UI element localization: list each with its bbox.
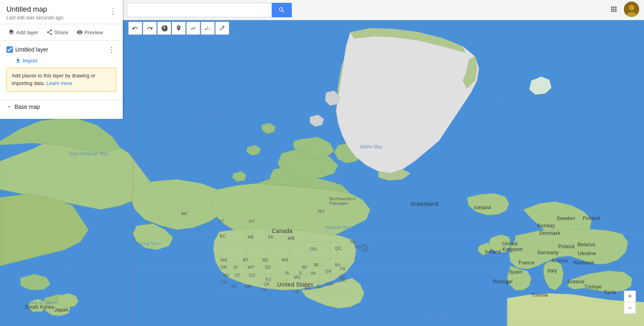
- share-icon: [46, 29, 53, 35]
- last-edit-text: Last edit was seconds ago: [6, 15, 63, 21]
- learn-more-link[interactable]: Learn more: [46, 81, 72, 86]
- ruler-button[interactable]: [215, 22, 229, 35]
- layer-name: Untitled layer: [15, 46, 48, 53]
- share-button[interactable]: Share: [43, 27, 72, 37]
- search-container: [127, 3, 292, 17]
- draw-line-button[interactable]: [186, 22, 200, 35]
- panel-title-section: Untitled map Last edit was seconds ago: [6, 5, 63, 21]
- redo-button[interactable]: [143, 22, 157, 35]
- svg-point-22: [629, 5, 634, 10]
- zoom-in-button[interactable]: +: [624, 291, 636, 302]
- search-input[interactable]: [127, 3, 272, 17]
- base-map-label: Base map: [14, 104, 40, 110]
- add-layer-button[interactable]: Add layer: [5, 27, 41, 37]
- layer-title-row: Untitled layer: [6, 46, 48, 53]
- hint-box: Add places to this layer by drawing or i…: [6, 68, 116, 92]
- preview-label: Preview: [85, 29, 103, 35]
- apps-icon[interactable]: [608, 3, 620, 15]
- zoom-controls: + −: [624, 291, 636, 314]
- search-icon: [278, 6, 285, 14]
- map-title: Untitled map: [6, 5, 63, 14]
- panel-header: Untitled map Last edit was seconds ago ⋮: [0, 0, 123, 24]
- import-label: Import: [23, 58, 37, 64]
- import-icon: [15, 58, 21, 64]
- chevron-down-icon: [6, 104, 12, 110]
- left-panel: Untitled map Last edit was seconds ago ⋮…: [0, 0, 123, 119]
- search-button[interactable]: [272, 3, 292, 17]
- import-button[interactable]: Import: [15, 58, 37, 64]
- layers-icon: [8, 29, 14, 35]
- layer-section: Untitled layer ⋮ Import Add places to th…: [0, 41, 123, 100]
- avatar[interactable]: [624, 2, 639, 17]
- layer-more-button[interactable]: ⋮: [107, 45, 116, 54]
- add-layer-label: Add layer: [16, 29, 38, 35]
- directions-button[interactable]: [201, 22, 215, 35]
- add-marker-button[interactable]: [172, 22, 186, 35]
- preview-icon: [76, 29, 83, 35]
- undo-button[interactable]: [128, 22, 142, 35]
- panel-actions: Add layer Share Preview: [0, 24, 123, 41]
- layer-checkbox[interactable]: [6, 46, 13, 53]
- zoom-out-button[interactable]: −: [624, 302, 636, 314]
- toolbar: [127, 20, 231, 36]
- layer-header: Untitled layer ⋮: [6, 45, 116, 54]
- base-map-section[interactable]: Base map: [0, 100, 123, 113]
- share-label: Share: [54, 29, 68, 35]
- hand-tool-button[interactable]: [157, 22, 171, 35]
- more-menu-button[interactable]: ⋮: [108, 6, 118, 16]
- preview-button[interactable]: Preview: [73, 27, 106, 37]
